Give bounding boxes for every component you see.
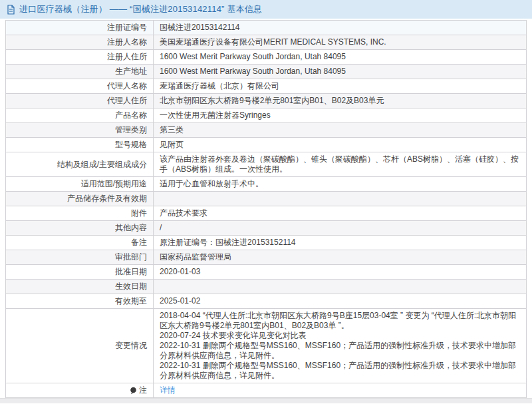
row-label: 审批部门 [6,250,154,264]
table-row: 附件产品技术要求 [6,206,526,221]
table-row: 生效日期 [6,280,526,294]
row-label: 生产地址 [6,65,154,79]
row-label: 注册人名称 [6,35,154,49]
row-value: 2018-04-04 “代理人住所:北京市朝阳区东大桥路9号B座15层03-04… [154,309,526,383]
row-value: 原注册证编号：国械注进20153152114 [154,236,526,250]
row-value: 2020-01-03 [154,265,526,279]
row-label: 管理类别 [6,123,154,137]
table-row: 代理人住所北京市朝阳区东大桥路9号楼2单元801室内B01、B02及B03单元 [6,94,526,108]
table-row: 产品储存条件及有效期 [6,192,526,206]
row-label: 生效日期 [6,280,154,294]
table-row: 结构及组成/主要组成成分该产品由注射器外套及卷边（聚碳酸酯）、锥头（聚碳酸酯）、… [6,152,526,177]
row-label: 有效期至 [6,294,154,308]
table-row: 注册人名称美国麦瑞通医疗设备有限公司MERIT MEDICAL SYSTEMS,… [6,35,526,50]
row-value: 1600 West Merit Parkway South Jordan, Ut… [154,65,526,79]
table-row: 备注原注册证编号：国械注进20153152114 [6,236,526,250]
table-row: 产品名称一次性使用无菌注射器Syringes [6,108,526,123]
row-value: 见附页 [154,138,526,152]
row-label: 批准日期 [6,265,154,279]
row-value: 2025-01-02 [154,294,526,308]
row-label-text: 注 [139,385,147,395]
row-value: 一次性使用无菌注射器Syringes [154,108,526,122]
document-icon [7,5,15,15]
table-row: 其他内容/ [6,221,526,236]
table-row: 注 详情 [6,383,526,397]
row-value: 适用于心血管和放射手术中。 [154,177,526,191]
table-row: 批准日期2020-01-03 [6,265,526,280]
row-value: / [154,221,526,235]
page-title: 进口医疗器械（注册） —— “国械注进20153142114” 基本信息 [19,3,262,15]
row-label: 附件 [6,206,154,220]
row-value: 美国麦瑞通医疗设备有限公司MERIT MEDICAL SYSTEMS, INC. [154,35,526,49]
row-label: 结构及组成/主要组成成分 [6,152,154,176]
row-value: 详情 [154,383,526,397]
page-header: 进口医疗器械（注册） —— “国械注进20153142114” 基本信息 [0,0,532,19]
row-label: 型号规格 [6,138,154,152]
table-row: 注册人住所1600 West Merit Parkway South Jorda… [6,50,526,65]
row-label: 备注 [6,236,154,250]
row-value: 产品技术要求 [154,206,526,220]
row-value: 第三类 [154,123,526,137]
row-value: 北京市朝阳区东大桥路9号楼2单元801室内B01、B02及B03单元 [154,94,526,108]
registration-info-table: 注册证编号国械注进20153142114 注册人名称美国麦瑞通医疗设备有限公司M… [5,20,527,398]
table-row: 代理人名称麦瑞通医疗器械（北京）有限公司 [6,79,526,94]
row-value: 1600 West Merit Parkway South Jordan, Ut… [154,50,526,64]
row-value: 该产品由注射器外套及卷边（聚碳酸酯）、锥头（聚碳酸酯）、芯杆（ABS树脂）、活塞… [154,152,526,176]
row-label: 注册证编号 [6,21,154,35]
table-row: 审批部门国家药品监督管理局 [6,250,526,265]
row-label: 代理人名称 [6,79,154,93]
table-row: 管理类别第三类 [6,123,526,138]
row-label: 产品储存条件及有效期 [6,192,154,206]
row-value [154,192,526,206]
row-value [154,280,526,294]
row-label: 其他内容 [6,221,154,235]
row-value: 国械注进20153142114 [154,21,526,35]
row-label: 产品名称 [6,108,154,122]
row-label: 注册人住所 [6,50,154,64]
table-row: 生产地址1600 West Merit Parkway South Jordan… [6,65,526,79]
row-label: 注 [6,383,154,397]
bottom-strip [0,398,532,403]
table-row: 注册证编号国械注进20153142114 [6,21,526,35]
row-value: 麦瑞通医疗器械（北京）有限公司 [154,79,526,93]
row-value: 国家药品监督管理局 [154,250,526,264]
row-label: 变更情况 [6,309,154,383]
table-row: 型号规格见附页 [6,138,526,152]
details-link[interactable]: 详情 [160,385,176,395]
table-row: 变更情况2018-04-04 “代理人住所:北京市朝阳区东大桥路9号B座15层0… [6,309,526,383]
row-label: 适用范围/预期用途 [6,177,154,191]
row-label: 代理人住所 [6,94,154,108]
table-row: 适用范围/预期用途适用于心血管和放射手术中。 [6,177,526,192]
table-row: 有效期至2025-01-02 [6,294,526,309]
note-icon [130,387,137,395]
